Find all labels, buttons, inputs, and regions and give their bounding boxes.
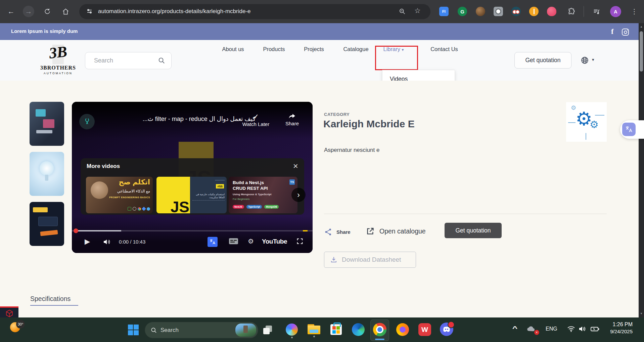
suggested-video-1[interactable]: اتكلم صح مع الذكاء الاصطناعي PROMPT ENGI… — [86, 177, 153, 213]
thumb3-ts-badge: TS — [289, 179, 295, 185]
wifi-icon[interactable] — [567, 326, 575, 332]
player-share-label: Share — [280, 121, 304, 126]
language-caret-icon[interactable]: ▾ — [592, 57, 594, 62]
zoom-icon[interactable] — [399, 8, 406, 15]
ms-store-icon[interactable] — [329, 323, 343, 337]
header-search-input[interactable] — [93, 57, 158, 65]
open-catalogue-button[interactable]: Open catalogue — [366, 225, 426, 237]
video-player[interactable]: كيف تعمل دوال ال filter - map - reduce ث… — [72, 102, 313, 253]
suggested-video-2[interactable]: JS ـــــــــــــــ #55 استخدام مكتبات خا… — [156, 177, 227, 213]
youtube-logo[interactable]: YouTube — [262, 238, 287, 245]
site-info-icon[interactable] — [87, 8, 93, 14]
copilot-icon[interactable] — [285, 323, 299, 337]
back-icon[interactable]: ← — [5, 6, 17, 17]
play-icon[interactable]: ▶ — [85, 238, 90, 246]
download-datasheet-button[interactable]: Download Datasheet — [324, 252, 416, 268]
nav-contact-us[interactable]: Contact Us — [430, 46, 458, 52]
firefox-icon[interactable] — [396, 323, 410, 337]
instagram-icon[interactable] — [622, 29, 629, 36]
fullscreen-icon[interactable] — [296, 238, 304, 245]
forward-icon[interactable]: → — [23, 6, 34, 17]
language-indicator[interactable]: ENG — [546, 326, 557, 332]
extension-camera-icon[interactable] — [494, 7, 503, 16]
player-translate-icon[interactable] — [208, 237, 218, 247]
speaker-icon[interactable] — [579, 326, 587, 332]
header-get-quotation-button[interactable]: Get quotation — [514, 52, 571, 69]
page-scrollbar[interactable]: ▲ ▼ — [639, 23, 644, 317]
scroll-down-icon[interactable]: ▼ — [640, 312, 643, 315]
clock-widget[interactable]: 1:26 PM 9/24/2025 — [602, 322, 633, 334]
weather-widget[interactable]: 30° — [10, 322, 25, 332]
thumb1-arabic-big: اتكلم صح — [119, 178, 150, 186]
nav-catalogue[interactable]: Catalogue — [343, 46, 368, 52]
channel-avatar[interactable] — [79, 114, 95, 129]
captions-icon[interactable] — [229, 238, 238, 244]
edge-icon[interactable] — [351, 323, 365, 337]
carousel-next-icon[interactable]: › — [291, 188, 306, 202]
taskbar-search[interactable]: Search — [145, 322, 258, 338]
more-videos-close-icon[interactable]: × — [293, 161, 298, 171]
task-view-icon[interactable] — [263, 326, 273, 335]
player-share-button[interactable]: Share — [280, 112, 304, 126]
extensions-puzzle-icon[interactable] — [566, 6, 577, 17]
video-title[interactable]: كيف تعمل دوال ال filter - map - reduce ث… — [103, 115, 256, 125]
extension-grammarly-icon[interactable]: G — [458, 7, 467, 16]
reload-icon[interactable] — [42, 6, 53, 17]
volume-icon[interactable] — [103, 238, 111, 246]
progress-bar[interactable] — [72, 230, 313, 231]
file-explorer-icon[interactable] — [307, 323, 321, 337]
thumb3-title1: Build a Nest.js — [233, 180, 264, 185]
translate-widget[interactable] — [620, 120, 644, 139]
share-button[interactable]: Share — [324, 227, 351, 237]
onedrive-icon[interactable]: × — [526, 326, 537, 334]
extension-tripod-icon[interactable] — [529, 7, 539, 16]
specifications-underline — [30, 305, 78, 306]
extension-strawberry-icon[interactable] — [547, 7, 556, 16]
progress-playhead[interactable] — [74, 228, 78, 233]
start-button-icon[interactable] — [128, 325, 139, 335]
scrollbar-thumb[interactable] — [640, 31, 643, 72]
extension-monkey-icon[interactable] — [476, 7, 485, 16]
discord-icon[interactable] — [440, 323, 454, 337]
search-highlight-image[interactable] — [235, 324, 256, 337]
thumb2-caption: استخدام مكتبات خارجية في الجافا سكريبت — [192, 193, 225, 201]
bookmark-star-icon[interactable]: ☆ — [414, 7, 421, 15]
temperature-badge: 30° — [16, 320, 25, 329]
debugbar-laravel-icon[interactable] — [0, 306, 18, 319]
nav-projects[interactable]: Projects — [304, 46, 324, 52]
scroll-up-icon[interactable]: ▲ — [640, 25, 643, 28]
specifications-tab[interactable]: Specifications — [30, 295, 71, 303]
battery-icon[interactable] — [590, 326, 600, 332]
header-search-box[interactable] — [85, 52, 172, 69]
tray-time: 1:26 PM — [602, 322, 633, 328]
extension-fi-icon[interactable]: FI — [439, 7, 449, 16]
language-globe-icon[interactable] — [581, 56, 589, 65]
gallery-thumb-workstation[interactable] — [30, 102, 64, 146]
logo-brand-text: 3BROTHERS — [40, 65, 77, 71]
download-datasheet-label: Download Datasheet — [342, 256, 401, 263]
gallery-thumb-lightbulb[interactable] — [30, 152, 64, 196]
suggested-video-3[interactable]: Build a Nest.js CRUD REST API Using Mong… — [229, 177, 297, 213]
profile-avatar[interactable]: A — [610, 6, 621, 17]
open-catalogue-label: Open catalogue — [379, 227, 426, 235]
nav-products[interactable]: Products — [263, 46, 285, 52]
home-icon[interactable] — [60, 6, 71, 17]
browser-menu-icon[interactable]: ⋮ — [629, 6, 640, 17]
gallery-thumb-code[interactable] — [30, 202, 64, 246]
address-bar[interactable]: automation.intrazero.org/products-detail… — [79, 4, 430, 19]
tray-chevron-icon[interactable]: ^ — [512, 325, 518, 332]
translate-widget-icon[interactable] — [622, 123, 636, 136]
nav-about-us[interactable]: About us — [222, 46, 244, 52]
media-controls-icon[interactable] — [591, 6, 602, 17]
wps-icon[interactable]: W — [418, 323, 432, 337]
facebook-icon[interactable]: f — [611, 27, 613, 36]
watch-later-button[interactable]: ✓ Watch Later — [240, 113, 272, 127]
settings-gear-icon[interactable]: ⚙ — [248, 237, 254, 245]
url-text[interactable]: automation.intrazero.org/products-detail… — [98, 8, 251, 15]
extension-robot-icon[interactable] — [511, 7, 521, 16]
chrome-icon[interactable] — [373, 323, 386, 336]
chrome-active-slot[interactable] — [370, 319, 389, 341]
product-get-quotation-button[interactable]: Get quotation — [445, 223, 502, 238]
search-icon[interactable] — [158, 57, 165, 64]
brand-logo[interactable]: 3B 3BROTHERS AUTOMATION — [40, 43, 77, 75]
